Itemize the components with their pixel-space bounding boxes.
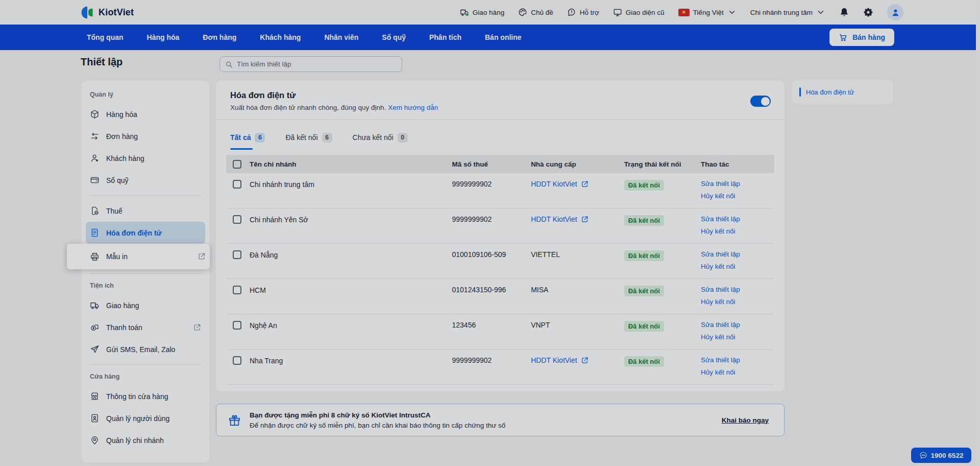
edit-setup-link[interactable]: Sửa thiết lập — [701, 356, 774, 364]
cancel-connection-link[interactable]: Hủy kết nối — [701, 263, 774, 270]
sidebar-item[interactable]: Hàng hóa — [86, 103, 205, 125]
bell-icon[interactable] — [839, 7, 849, 17]
cancel-connection-link[interactable]: Hủy kết nối — [701, 333, 774, 341]
sidebar-item-icon — [90, 435, 100, 445]
tab-count-badge: 0 — [398, 133, 408, 143]
top-menu-item[interactable]: Hỗ trợ — [567, 8, 599, 17]
sidebar-item[interactable]: Quản lý chi nhánh — [86, 429, 205, 451]
nav-item[interactable]: Đơn hàng — [203, 33, 236, 41]
top-menu-icon — [518, 8, 527, 17]
sidebar-item-icon — [90, 252, 100, 262]
edit-setup-link[interactable]: Sửa thiết lập — [701, 321, 774, 329]
tab[interactable]: Chưa kết nối 0 — [353, 120, 408, 155]
sidebar-item-icon — [90, 322, 100, 332]
cancel-connection-link[interactable]: Hủy kết nối — [701, 227, 774, 235]
sidebar-item[interactable]: Quản lý người dùng — [86, 407, 205, 429]
nav-item[interactable]: Sổ quỹ — [382, 33, 406, 41]
sell-button[interactable]: Bán hàng — [829, 29, 894, 46]
tab-count-badge: 6 — [255, 133, 265, 143]
kiotviet-logo-icon — [81, 6, 94, 19]
sidebar-group-label: Cửa hàng — [82, 369, 209, 385]
chat-bubble-icon — [919, 451, 927, 459]
cancel-connection-link[interactable]: Hủy kết nối — [701, 298, 774, 306]
tab[interactable]: Tất cả 6 — [230, 120, 265, 155]
einvoice-toggle[interactable] — [750, 96, 771, 107]
cancel-connection-link[interactable]: Hủy kết nối — [701, 368, 774, 376]
sidebar-group: Cửa hàng Thông tin cửa hàng — [82, 364, 209, 451]
row-checkbox[interactable] — [233, 250, 241, 259]
person-icon — [891, 8, 900, 17]
brand-name: KiotViet — [99, 7, 134, 18]
top-menu-item[interactable]: Giao diện cũ — [613, 8, 665, 17]
sidebar-item[interactable]: Sổ quỹ — [86, 169, 205, 191]
cart-icon — [839, 33, 848, 42]
edit-setup-link[interactable]: Sửa thiết lập — [701, 286, 774, 293]
row-checkbox[interactable] — [233, 180, 241, 189]
provider-link[interactable]: HDDT KiotViet — [531, 356, 624, 364]
branch-name: Chi nhánh Yên Sở — [250, 216, 308, 224]
table-row: Chi nhánh Yên Sở 9999999902 HDDT KiotVie… — [226, 208, 774, 244]
language-selector[interactable]: ★ Tiếng Việt — [678, 8, 737, 17]
row-checkbox[interactable] — [233, 286, 241, 294]
branch-selector[interactable]: Chi nhánh trung tâm — [750, 8, 825, 17]
sidebar-item-icon — [90, 391, 100, 401]
divider — [90, 195, 201, 196]
cancel-connection-link[interactable]: Hủy kết nối — [701, 192, 774, 200]
status-dot — [465, 13, 469, 16]
scrollbar[interactable] — [976, 0, 980, 466]
provider-link[interactable]: HDDT KiotViet — [531, 180, 624, 188]
status-badge: Đã kết nối — [624, 321, 664, 332]
nav-item[interactable]: Khách hàng — [260, 33, 301, 41]
tax-code: 0101243150-996 — [452, 286, 531, 294]
table-row: Nha Trang 9999999902 HDDT KiotViet Đã kế… — [226, 350, 774, 385]
card-subtitle: Xuất hóa đơn điện tử nhanh chóng, đúng q… — [230, 104, 770, 111]
promo-banner: Bạn được tặng miễn phí 8 chữ ký số KiotV… — [216, 404, 785, 436]
edit-setup-link[interactable]: Sửa thiết lập — [701, 215, 774, 223]
search-input[interactable] — [237, 60, 397, 68]
guide-link[interactable]: Xem hướng dẫn — [388, 104, 438, 111]
external-link-icon — [193, 323, 201, 332]
row-checkbox[interactable] — [233, 215, 241, 224]
sidebar-item[interactable]: Giao hàng — [86, 294, 205, 316]
support-chat-button[interactable]: 1900 6522 — [911, 448, 971, 463]
sidebar-item[interactable]: Khách hàng — [86, 147, 205, 169]
row-checkbox[interactable] — [233, 356, 241, 365]
top-menu-item[interactable]: Chủ đề — [518, 8, 553, 17]
sidebar-item[interactable]: Thông tin cửa hàng — [86, 385, 205, 407]
anchor-nav-einvoice[interactable]: Hóa đơn điện tử — [792, 80, 893, 104]
status-badge: Đã kết nối — [624, 250, 664, 261]
avatar[interactable] — [887, 4, 903, 20]
provider-link[interactable]: HDDT KiotViet — [531, 215, 624, 223]
sidebar-item-icon — [90, 413, 100, 423]
row-checkbox[interactable] — [233, 321, 241, 330]
settings-search[interactable] — [219, 56, 402, 72]
edit-setup-link[interactable]: Sửa thiết lập — [701, 250, 774, 258]
nav-item[interactable]: Bán online — [485, 33, 522, 41]
external-link-icon — [581, 180, 589, 188]
tax-code: 123456 — [452, 321, 531, 329]
sidebar-item-icon — [90, 228, 100, 238]
sidebar-item[interactable]: Thanh toán — [86, 316, 205, 338]
select-all-checkbox[interactable] — [233, 160, 241, 169]
branch-name: Chi nhánh trung tâm — [250, 180, 314, 189]
nav-item[interactable]: Hàng hóa — [147, 33, 180, 41]
settings-sidebar: Quản lý Hàng hóa — [82, 81, 209, 462]
tab[interactable]: Đã kết nối 6 — [285, 120, 332, 155]
gear-icon[interactable] — [863, 7, 873, 17]
kiotviet-logo[interactable]: KiotViet — [81, 6, 134, 19]
nav-item[interactable]: Nhân viên — [324, 33, 358, 41]
active-anchor-bar — [799, 87, 801, 97]
sidebar-item[interactable]: Hóa đơn điện tử — [86, 222, 205, 244]
top-menu-item[interactable]: Giao hàng — [460, 8, 504, 17]
edit-setup-link[interactable]: Sửa thiết lập — [701, 180, 774, 188]
sidebar-item-icon — [90, 153, 100, 163]
declare-now-link[interactable]: Khai báo ngay — [722, 416, 769, 424]
sidebar-item[interactable]: Thuế — [86, 200, 205, 222]
sidebar-item[interactable]: Đơn hàng — [86, 125, 205, 147]
top-menu-icon — [613, 8, 622, 17]
sidebar-item[interactable]: Gửi SMS, Email, Zalo — [86, 338, 205, 360]
sidebar-item[interactable]: Mẫu in — [67, 244, 210, 269]
nav-item[interactable]: Tổng quan — [87, 33, 124, 41]
nav-item[interactable]: Phân tích — [429, 33, 461, 41]
tax-code: 9999999902 — [452, 356, 531, 364]
